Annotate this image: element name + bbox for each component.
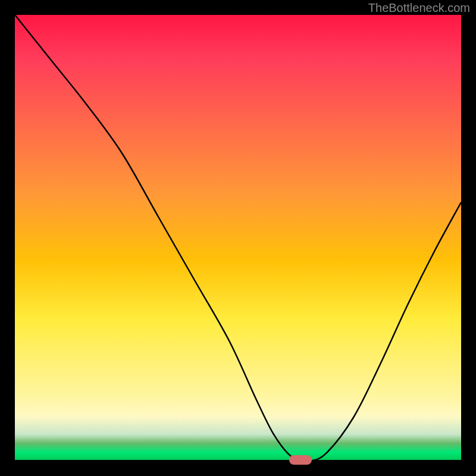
watermark-text: TheBottleneck.com <box>368 1 470 15</box>
chart-container <box>15 15 461 461</box>
optimal-marker <box>289 455 312 465</box>
bottleneck-curve-path <box>15 15 461 461</box>
chart-curve-svg <box>15 15 461 461</box>
